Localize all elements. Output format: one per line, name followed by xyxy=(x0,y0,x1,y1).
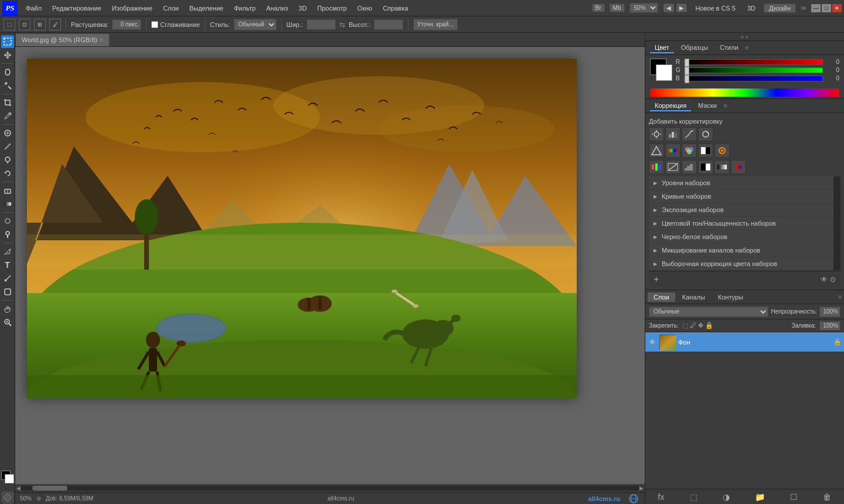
corrections-panel-menu[interactable]: ≡ xyxy=(724,103,727,109)
color-background-swatch[interactable] xyxy=(656,64,672,81)
invert-icon[interactable] xyxy=(665,160,680,174)
gradient-tool-btn[interactable] xyxy=(1,197,14,210)
style-select[interactable]: Обычный xyxy=(234,19,277,30)
corr-item-levels[interactable]: ▶ Уровни наборов xyxy=(649,176,840,189)
tab-layers[interactable]: Слои xyxy=(648,292,675,302)
colorbalance-icon[interactable] xyxy=(682,144,697,158)
path-selection-btn[interactable] xyxy=(1,272,14,285)
corr-item-selective[interactable]: ▶ Выборочная коррекция цвета наборов xyxy=(649,257,840,270)
tab-channels[interactable]: Каналы xyxy=(676,292,711,302)
menu-window[interactable]: Окно xyxy=(353,4,377,13)
tab-masks[interactable]: Маски xyxy=(693,101,722,111)
corr-item-curves[interactable]: ▶ Кривые наборов xyxy=(649,190,840,203)
opacity-input[interactable] xyxy=(819,307,840,317)
hand-tool-btn[interactable] xyxy=(1,302,14,315)
layer-item-background[interactable]: 👁 Фон xyxy=(645,332,844,352)
tab-swatches[interactable]: Образцы xyxy=(676,43,713,53)
blue-slider-track[interactable] xyxy=(684,76,823,81)
dodge-tool-btn[interactable] xyxy=(1,228,14,241)
corr-item-hue[interactable]: ▶ Цветовой тон/Насыщенность наборов xyxy=(649,217,840,230)
marquee-tool-btn[interactable] xyxy=(1,35,14,48)
magic-wand-btn[interactable] xyxy=(1,79,14,92)
minimize-button[interactable]: — xyxy=(811,4,821,12)
photofilter-icon[interactable] xyxy=(714,144,730,158)
menu-3d[interactable]: 3D xyxy=(294,4,311,13)
red-slider-thumb[interactable] xyxy=(685,59,689,67)
lock-all-icon[interactable]: 🔒 xyxy=(705,322,713,329)
shape-tool-btn[interactable] xyxy=(1,285,14,298)
tab-color[interactable]: Цвет xyxy=(650,43,674,53)
corr-item-exposure[interactable]: ▶ Экспозиция наборов xyxy=(649,203,840,216)
hue-icon[interactable] xyxy=(665,144,680,158)
feather-input[interactable] xyxy=(112,19,141,30)
menu-analysis[interactable]: Анализ xyxy=(261,4,292,13)
clone-stamp-btn[interactable] xyxy=(1,154,14,166)
layer-mode-select[interactable]: Обычные xyxy=(649,307,768,317)
gradient-map-icon[interactable] xyxy=(714,160,730,174)
text-tool-btn[interactable]: T xyxy=(1,258,14,271)
tab-correction[interactable]: Коррекция xyxy=(650,101,691,111)
watermark[interactable]: all4cms.ru xyxy=(328,495,355,502)
brightness-icon[interactable] xyxy=(649,127,664,141)
menu-help[interactable]: Справка xyxy=(378,4,413,13)
lock-transparent-icon[interactable]: ⬚ xyxy=(682,322,688,329)
corr-list-scrollbar[interactable] xyxy=(833,176,840,270)
posterize-icon[interactable] xyxy=(682,160,697,174)
brush-tool-btn[interactable] xyxy=(1,140,14,153)
exposure-icon[interactable] xyxy=(698,127,713,141)
horizontal-scrollbar[interactable]: ◀ ▶ xyxy=(15,484,645,492)
corr-item-channelmix[interactable]: ▶ Микширование каналов наборов xyxy=(649,244,840,257)
tab-close[interactable]: × xyxy=(100,37,103,43)
correction-eye-btn[interactable]: 👁 xyxy=(821,275,828,284)
menu-image[interactable]: Изображение xyxy=(107,4,157,13)
red-slider-track[interactable] xyxy=(684,59,823,65)
spectrum-bar[interactable] xyxy=(650,88,839,97)
mini-bridge-button[interactable]: Mb xyxy=(610,4,625,12)
tab-styles[interactable]: Стили xyxy=(715,43,743,53)
layers-panel-menu[interactable]: ≡ xyxy=(838,294,842,300)
canvas-tab[interactable]: World.jpg @ 50% (RGB/8) × xyxy=(15,33,110,46)
close-button[interactable]: ✕ xyxy=(832,4,842,12)
channelmix-icon[interactable] xyxy=(649,160,664,174)
adjustment-layer-btn[interactable]: ◑ xyxy=(720,492,732,502)
layer-style-btn[interactable]: fx xyxy=(656,492,667,502)
zoom-tool-btn[interactable] xyxy=(1,316,14,329)
delete-layer-btn[interactable]: 🗑 xyxy=(821,492,833,502)
correction-reset-btn[interactable]: ⊙ xyxy=(830,275,836,284)
threshold-icon[interactable] xyxy=(698,160,713,174)
bridge-button[interactable]: Br xyxy=(592,4,605,12)
status-icon[interactable]: ⊕ xyxy=(36,495,41,502)
lasso-tool-btn[interactable] xyxy=(1,66,14,79)
scroll-right-btn[interactable]: ▶ xyxy=(639,485,644,491)
vibrance-icon[interactable] xyxy=(649,144,664,158)
nav-left-button[interactable]: ◀ xyxy=(663,3,675,13)
menu-select[interactable]: Выделение xyxy=(185,4,228,13)
tab-paths[interactable]: Контуры xyxy=(712,292,749,302)
menu-layers[interactable]: Слои xyxy=(158,4,183,13)
blur-tool-btn[interactable] xyxy=(1,214,14,227)
scroll-thumb-h[interactable] xyxy=(32,486,67,491)
tool-mode-icon3[interactable]: ⊞ xyxy=(34,19,46,30)
panel-collapse-top[interactable]: ▲▲ xyxy=(645,33,844,41)
blackwhite-icon[interactable] xyxy=(698,144,713,158)
lock-paint-icon[interactable]: 🖊 xyxy=(690,322,696,329)
selective-color-icon[interactable] xyxy=(731,160,746,174)
layer-mask-btn[interactable]: ⬚ xyxy=(688,492,700,502)
layer-group-btn[interactable]: 📁 xyxy=(753,492,767,502)
tool-mode-icon1[interactable]: ⬚ xyxy=(4,19,15,30)
curves-icon[interactable] xyxy=(682,127,697,141)
pen-tool-btn[interactable] xyxy=(1,245,14,258)
eyedropper-btn[interactable] xyxy=(1,110,14,122)
quick-mask-button[interactable] xyxy=(1,491,14,504)
color-panel-menu[interactable]: ≡ xyxy=(746,45,749,51)
maximize-button[interactable]: □ xyxy=(822,4,831,12)
canvas-scroll[interactable] xyxy=(15,47,645,484)
move-tool-btn[interactable] xyxy=(1,49,14,62)
nav-right-button[interactable]: ▶ xyxy=(676,3,688,13)
swap-icon[interactable]: ⇆ xyxy=(339,21,345,29)
menu-view[interactable]: Просмотр xyxy=(312,4,351,13)
green-slider-track[interactable] xyxy=(684,67,823,73)
tool-mode-icon4[interactable]: 🖊 xyxy=(49,19,61,30)
3d-workspace-label[interactable]: 3D xyxy=(744,4,759,13)
lock-move-icon[interactable]: ✥ xyxy=(698,322,703,329)
